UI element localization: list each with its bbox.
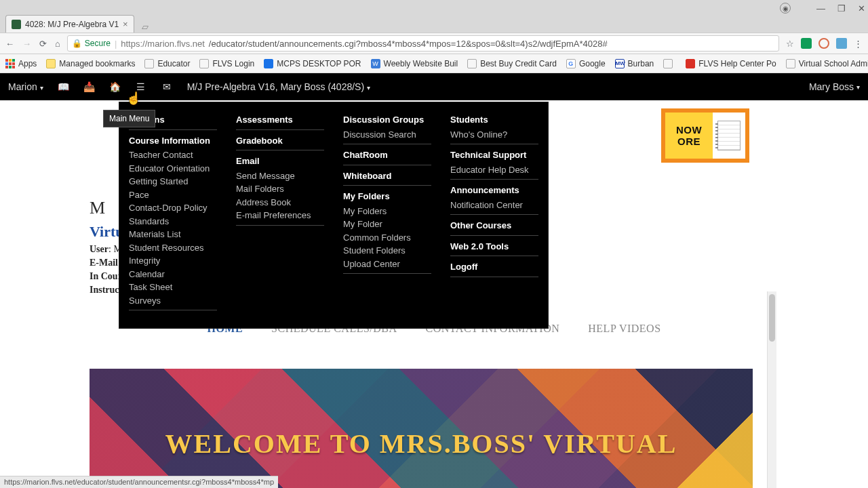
menu-item[interactable]: Getting Started bbox=[129, 175, 217, 188]
tab-close-icon[interactable]: × bbox=[123, 19, 128, 29]
extension-icon[interactable] bbox=[836, 38, 847, 49]
menu-item[interactable]: Integrity bbox=[129, 254, 217, 268]
menu-col-4: Students Who's Online? Technical Support… bbox=[450, 113, 538, 314]
bookmark-item[interactable]: MCPS DESKTOP POR bbox=[264, 59, 361, 68]
menu-item[interactable]: Upload Center bbox=[343, 258, 431, 271]
extension-icon[interactable] bbox=[818, 38, 829, 49]
menu-item[interactable]: Common Folders bbox=[343, 231, 431, 245]
menu-item[interactable]: Surveys bbox=[129, 294, 217, 308]
menu-group-students[interactable]: Students bbox=[450, 113, 538, 127]
tab-help[interactable]: HELP VIDEOS bbox=[588, 323, 660, 335]
window-close-icon[interactable]: ✕ bbox=[858, 3, 865, 14]
content-scrollbar[interactable] bbox=[767, 291, 776, 488]
menu-group-web-tools[interactable]: Web 2.0 Tools bbox=[450, 240, 538, 253]
bookmark-item[interactable]: FLVS Help Center Po bbox=[686, 59, 776, 68]
menu-item[interactable]: My Folder bbox=[343, 218, 431, 231]
bookmark-item[interactable]: Best Buy Credit Card bbox=[467, 59, 557, 68]
caret-down-icon: ▾ bbox=[367, 84, 370, 92]
menu-col-1: Lessons Course Information Teacher Conta… bbox=[129, 113, 217, 314]
user-label: Mary Boss bbox=[809, 81, 854, 92]
menu-item[interactable]: Pace bbox=[129, 188, 217, 202]
label: Instruct bbox=[90, 285, 122, 295]
menu-item[interactable]: My Folders bbox=[343, 205, 431, 218]
back-icon[interactable]: ← bbox=[5, 39, 14, 49]
folder-icon bbox=[46, 59, 56, 68]
bookmark-item[interactable]: Virtual School Admin bbox=[786, 59, 868, 68]
menu-logoff[interactable]: Logoff bbox=[450, 260, 538, 274]
menu-item[interactable]: Discussion Search bbox=[343, 128, 431, 142]
caret-down-icon: ▾ bbox=[40, 84, 43, 92]
menu-group-gradebook[interactable]: Gradebook bbox=[236, 134, 324, 148]
user-menu[interactable]: Mary Boss ▾ bbox=[809, 81, 860, 92]
bookmark-star-icon[interactable]: ☆ bbox=[786, 39, 794, 49]
menu-item[interactable]: Task Sheet bbox=[129, 281, 217, 294]
menu-item[interactable]: Educator Help Desk bbox=[450, 163, 538, 177]
menu-item[interactable]: Calendar bbox=[129, 268, 217, 281]
menu-group-course-info[interactable]: Course Information bbox=[129, 134, 217, 148]
brand-menu[interactable]: Marion ▾ bbox=[8, 81, 43, 92]
window-maximize-icon[interactable]: ❐ bbox=[837, 3, 846, 14]
menu-group-announcements[interactable]: Announcements bbox=[450, 184, 538, 197]
home-icon[interactable]: ⌂ bbox=[55, 39, 60, 49]
mail-icon[interactable]: ✉ bbox=[161, 81, 172, 92]
bookmark-label: MCPS DESKTOP POR bbox=[277, 59, 361, 68]
bookmark-item[interactable]: MWBurban bbox=[615, 59, 654, 68]
bookmark-label: Virtual School Admin bbox=[799, 59, 868, 68]
course-switcher[interactable]: M/J Pre-Algebra V16, Mary Boss (4028/S) … bbox=[187, 81, 370, 92]
new-tab-button[interactable]: ▱ bbox=[138, 20, 152, 33]
menu-item[interactable]: Contact-Drop Policy bbox=[129, 201, 217, 215]
window-minimize-icon[interactable]: — bbox=[816, 3, 825, 14]
menu-item[interactable]: Address Book bbox=[236, 196, 324, 209]
menu-item[interactable]: Notification Center bbox=[450, 199, 538, 212]
menu-item[interactable]: Materials List bbox=[129, 228, 217, 241]
bookmark-item[interactable]: Managed bookmarks bbox=[46, 59, 135, 68]
know-more-widget[interactable]: NOW ORE bbox=[661, 108, 749, 163]
menu-item[interactable]: Standards bbox=[129, 215, 217, 228]
menu-item[interactable]: Educator Orientation bbox=[129, 162, 217, 176]
bookmark-item[interactable]: WWeebly Website Buil bbox=[371, 59, 458, 68]
reload-icon[interactable]: ⟳ bbox=[39, 39, 47, 49]
menu-item[interactable]: Teacher Contact bbox=[129, 148, 217, 162]
home-icon[interactable]: 🏠 bbox=[110, 81, 121, 92]
extension-icon[interactable] bbox=[801, 38, 812, 49]
menu-item[interactable]: E-mail Preferences bbox=[236, 209, 324, 222]
menu-col-3: Discussion Groups Discussion Search Chat… bbox=[343, 113, 431, 314]
bookmark-item[interactable]: GGoogle bbox=[566, 59, 606, 68]
menu-group-discussion[interactable]: Discussion Groups bbox=[343, 113, 431, 127]
main-menu-tooltip: Main Menu bbox=[103, 110, 155, 127]
address-bar[interactable]: 🔒 Secure | https://marion.flvs.net/educa… bbox=[67, 35, 779, 52]
chrome-menu-icon[interactable]: ⋮ bbox=[854, 39, 863, 49]
menu-group-chatroom[interactable]: ChatRoom bbox=[343, 148, 431, 162]
google-icon: G bbox=[566, 59, 576, 68]
apps-grid-icon bbox=[5, 59, 15, 68]
know-more-label: NOW ORE bbox=[665, 113, 713, 159]
menu-group-assessments[interactable]: Assessments bbox=[236, 113, 324, 127]
menu-item[interactable]: Student Resources bbox=[129, 241, 217, 255]
book-icon[interactable]: 📖 bbox=[58, 81, 69, 92]
bookmark-item[interactable]: Educator bbox=[144, 59, 190, 68]
profile-avatar-icon[interactable]: ◉ bbox=[780, 3, 791, 14]
main-mega-menu: Lessons Course Information Teacher Conta… bbox=[119, 102, 549, 329]
menu-item[interactable]: Mail Folders bbox=[236, 182, 324, 196]
bookmark-label: Best Buy Credit Card bbox=[480, 59, 557, 68]
bookmark-label: Weebly Website Buil bbox=[384, 59, 458, 68]
secure-label: Secure bbox=[85, 39, 111, 48]
menu-group-whiteboard[interactable]: Whiteboard bbox=[343, 169, 431, 183]
menu-item[interactable]: Student Folders bbox=[343, 244, 431, 258]
bookmark-label: Google bbox=[579, 59, 606, 68]
bookmark-item[interactable]: FLVS Login bbox=[199, 59, 254, 68]
menu-item[interactable]: Who's Online? bbox=[450, 128, 538, 142]
menu-item[interactable]: Send Message bbox=[236, 169, 324, 183]
hero-text: WELCOME TO MRS.BOSS' VIRTUAL bbox=[165, 401, 677, 460]
bookmark-label: Educator bbox=[157, 59, 190, 68]
menu-group-other-courses[interactable]: Other Courses bbox=[450, 219, 538, 232]
main-menu-icon[interactable]: ☰ bbox=[136, 81, 146, 92]
menu-group-my-folders[interactable]: My Folders bbox=[343, 190, 431, 203]
bookmark-item[interactable] bbox=[663, 59, 676, 68]
browser-tab[interactable]: 4028: M/J Pre-Algebra V1 × bbox=[5, 15, 134, 33]
inbox-icon[interactable]: 📥 bbox=[84, 81, 95, 92]
menu-group-email[interactable]: Email bbox=[236, 155, 324, 168]
menu-group-support[interactable]: Technical Support bbox=[450, 148, 538, 162]
scrollbar-thumb[interactable] bbox=[769, 294, 775, 342]
apps-button[interactable]: Apps bbox=[5, 59, 37, 68]
